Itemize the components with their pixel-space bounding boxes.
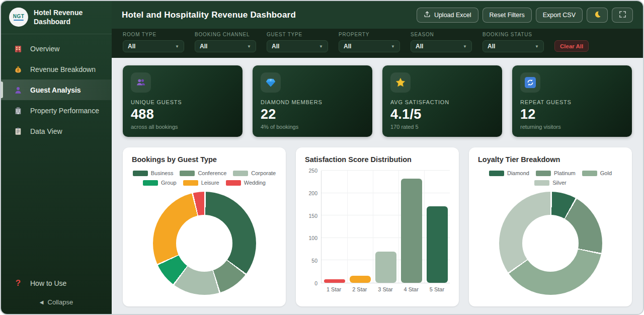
filter-group-property: PROPERTYAll▼ xyxy=(339,32,400,52)
kpi-label: UNIQUE GUESTS xyxy=(131,99,234,105)
select-value: All xyxy=(272,43,279,50)
filter-label: SEASON xyxy=(411,32,472,37)
legend-swatch xyxy=(582,171,597,176)
plot-area xyxy=(321,171,450,283)
bar-4-star xyxy=(401,179,422,283)
sidebar-item-guest-analysis[interactable]: Guest Analysis xyxy=(1,80,112,100)
kpi-value: 488 xyxy=(131,107,234,122)
export-csv-button[interactable]: Export CSV xyxy=(536,8,583,23)
upload-excel-button[interactable]: Upload Excel xyxy=(417,8,478,23)
y-tick-label: 50 xyxy=(311,258,317,264)
diamond-icon xyxy=(261,72,281,93)
chart-card-satisfaction-score-distribution: Satisfaction Score Distribution050100150… xyxy=(296,147,459,306)
kpi-subtext: across all bookings xyxy=(131,124,234,130)
legend-label: Platinum xyxy=(554,170,576,176)
chevron-down-icon: ▼ xyxy=(247,44,251,49)
sidebar-item-property-performance[interactable]: Property Performance xyxy=(1,100,112,121)
donut-chart xyxy=(499,192,602,295)
filter-label: GUEST TYPE xyxy=(267,32,328,37)
legend-item-silver[interactable]: Silver xyxy=(534,180,567,186)
moneybag-icon xyxy=(13,64,23,74)
booking-channel-select[interactable]: All▼ xyxy=(195,40,256,52)
room-type-select[interactable]: All▼ xyxy=(123,40,184,52)
header-bar: Hotel and Hospitality Revenue Dashboard … xyxy=(112,1,643,29)
legend-item-diamond[interactable]: Diamond xyxy=(489,170,529,176)
legend-swatch xyxy=(489,171,504,176)
kpi-card-repeat-guests: REPEAT GUESTS12returning visitors xyxy=(512,65,632,137)
chart-title: Loyalty Tier Breakdown xyxy=(478,155,623,164)
reset-filters-button[interactable]: Reset Filters xyxy=(482,8,532,23)
kpi-value: 22 xyxy=(261,107,364,122)
x-axis-labels: 1 Star2 Star3 Star4 Star5 Star xyxy=(321,286,450,292)
legend-item-gold[interactable]: Gold xyxy=(582,170,612,176)
upload-icon xyxy=(424,11,431,19)
bars xyxy=(321,171,450,283)
collapse-caret-icon: ◀ xyxy=(40,299,44,305)
header-actions: Upload Excel Reset Filters Export CSV xyxy=(417,8,633,23)
clear-all-button[interactable]: Clear All xyxy=(554,40,589,52)
chevron-down-icon: ▼ xyxy=(319,44,323,49)
x-tick-label: 2 Star xyxy=(347,286,372,292)
legend-item-group[interactable]: Group xyxy=(143,180,177,186)
legend-item-conference[interactable]: Conference xyxy=(180,170,226,176)
select-value: All xyxy=(128,43,135,50)
legend-swatch xyxy=(143,180,158,186)
x-tick-label: 3 Star xyxy=(372,286,398,292)
y-tick-label: 100 xyxy=(308,235,317,241)
sidebar-nav: OverviewRevenue BreakdownGuest AnalysisP… xyxy=(1,34,112,141)
y-tick-label: 250 xyxy=(308,168,317,174)
legend-swatch xyxy=(183,180,198,186)
y-tick-label: 150 xyxy=(308,213,317,219)
bar-cell xyxy=(347,171,373,283)
dark-mode-toggle[interactable] xyxy=(587,8,608,23)
logo-swoosh xyxy=(14,20,24,21)
booking-status-select[interactable]: All▼ xyxy=(482,40,544,52)
fullscreen-button[interactable] xyxy=(612,8,633,23)
legend-item-business[interactable]: Business xyxy=(133,170,174,176)
main-area: Hotel and Hospitality Revenue Dashboard … xyxy=(112,1,643,314)
select-value: All xyxy=(488,43,495,50)
question-icon: ? xyxy=(13,278,23,288)
select-value: All xyxy=(416,43,423,50)
chevron-down-icon: ▼ xyxy=(175,44,179,49)
legend-label: Group xyxy=(161,180,177,186)
page-title: Hotel and Hospitality Revenue Dashboard xyxy=(122,10,412,20)
legend-label: Gold xyxy=(600,170,612,176)
property-select[interactable]: All▼ xyxy=(339,40,400,52)
guests-icon xyxy=(131,72,151,93)
hotel-icon xyxy=(13,44,23,54)
sidebar-item-label: How to Use xyxy=(30,279,66,287)
donut-chart xyxy=(153,192,256,295)
sidebar-item-overview[interactable]: Overview xyxy=(1,38,112,59)
chevron-down-icon: ▼ xyxy=(535,44,539,49)
bar-cell xyxy=(373,171,398,283)
guest-type-select[interactable]: All▼ xyxy=(267,40,328,52)
sidebar-logo-row: NGT Hotel Revenue Dashboard xyxy=(1,1,112,34)
sidebar-item-data-view[interactable]: Data View xyxy=(1,121,112,141)
chart-legend: BusinessConferenceCorporateGroupLeisureW… xyxy=(132,170,277,186)
donut-chart-area xyxy=(478,192,623,295)
legend-item-corporate[interactable]: Corporate xyxy=(233,170,276,176)
x-tick-label: 4 Star xyxy=(398,286,424,292)
legend-item-leisure[interactable]: Leisure xyxy=(183,180,219,186)
chevron-down-icon: ▼ xyxy=(391,44,395,49)
chart-card-loyalty-tier-breakdown: Loyalty Tier BreakdownDiamondPlatinumGol… xyxy=(469,147,632,306)
collapse-label: Collapse xyxy=(48,298,73,306)
legend-label: Wedding xyxy=(244,180,266,186)
star-icon xyxy=(390,72,411,93)
kpi-value: 12 xyxy=(520,107,624,122)
legend-swatch xyxy=(536,171,551,176)
kpi-subtext: returning visitors xyxy=(520,124,624,130)
bar-cell xyxy=(398,171,424,283)
legend-item-platinum[interactable]: Platinum xyxy=(536,170,576,176)
legend-item-wedding[interactable]: Wedding xyxy=(226,180,266,186)
sidebar-item-revenue-breakdown[interactable]: Revenue Breakdown xyxy=(1,59,112,80)
kpi-row: UNIQUE GUESTS488across all bookingsDIAMO… xyxy=(123,65,632,137)
collapse-button[interactable]: ◀ Collapse xyxy=(1,293,112,309)
select-value: All xyxy=(344,43,351,50)
sidebar-item-label: Revenue Breakdown xyxy=(30,65,96,73)
season-select[interactable]: All▼ xyxy=(411,40,472,52)
legend-swatch xyxy=(233,171,248,176)
kpi-card-unique-guests: UNIQUE GUESTS488across all bookings xyxy=(123,65,243,137)
sidebar-item-how-to-use[interactable]: ? How to Use xyxy=(1,273,112,293)
